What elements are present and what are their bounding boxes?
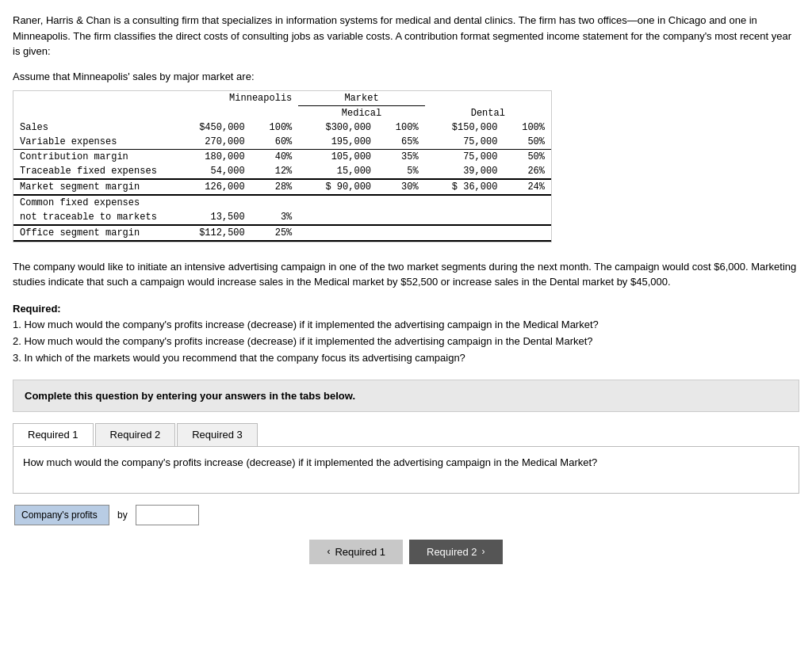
- table-row-sales: Sales $450,000 100% $300,000 100% $150,0…: [13, 120, 551, 135]
- chevron-left-icon: ‹: [327, 546, 330, 557]
- trace-mpls-val: 54,000: [172, 164, 251, 179]
- contrib-mpls-val: 180,000: [172, 149, 251, 164]
- tabs-bar: Required 1 Required 2 Required 3: [13, 423, 799, 446]
- medical-header: Medical: [298, 105, 424, 120]
- empty-header: [13, 105, 172, 120]
- mkt-seg-med-pct: 30%: [377, 179, 425, 195]
- office-seg-label: Office segment margin: [13, 225, 172, 241]
- table-row-contribution: Contribution margin 180,000 40% 105,000 …: [13, 149, 551, 164]
- var-label: Variable expenses: [13, 135, 172, 150]
- sales-med-pct: 100%: [377, 120, 425, 135]
- contrib-med-pct: 35%: [377, 149, 425, 164]
- by-text: by: [114, 510, 131, 521]
- sales-mpls-val: $450,000: [172, 120, 251, 135]
- problem-paragraph: The company would like to initiate an in…: [13, 259, 799, 290]
- trace-med-val: 15,000: [298, 164, 377, 179]
- mkt-seg-mpls-val: 126,000: [172, 179, 251, 195]
- trace-mpls-pct: 12%: [251, 164, 299, 179]
- income-table: Minneapolis Market Medical Dental Sales …: [13, 90, 552, 242]
- tab-content-area: How much would the company's profits inc…: [13, 446, 799, 494]
- required-item-1: 1. How much would the company's profits …: [13, 319, 599, 330]
- sales-med-val: $300,000: [298, 120, 377, 135]
- next-button[interactable]: Required 2 ›: [409, 540, 503, 564]
- sales-mpls-pct: 100%: [251, 120, 299, 135]
- nav-buttons: ‹ Required 1 Required 2 ›: [13, 540, 799, 572]
- var-mpls-pct: 60%: [251, 135, 299, 150]
- office-seg-mpls-val: $112,500: [172, 225, 251, 241]
- table-row-common1: Common fixed expenses: [13, 195, 551, 210]
- trace-den-pct: 26%: [504, 164, 551, 179]
- office-seg-mpls-pct: 25%: [251, 225, 299, 241]
- common-label2: not traceable to markets: [13, 210, 172, 225]
- trace-med-pct: 5%: [377, 164, 425, 179]
- mkt-seg-med-val: $ 90,000: [298, 179, 377, 195]
- table-row-variable: Variable expenses 270,000 60% 195,000 65…: [13, 135, 551, 150]
- input-row: Company's profits by: [13, 505, 799, 525]
- spacer-header: [425, 91, 551, 106]
- mpls-subheader: [172, 105, 298, 120]
- next-button-label: Required 2: [427, 546, 477, 558]
- complete-box: Complete this question by entering your …: [13, 380, 799, 412]
- tab-required-3[interactable]: Required 3: [177, 423, 258, 446]
- trace-label: Traceable fixed expenses: [13, 164, 172, 179]
- contrib-den-val: 75,000: [425, 149, 504, 164]
- contrib-med-val: 105,000: [298, 149, 377, 164]
- complete-box-text: Complete this question by entering your …: [25, 390, 355, 402]
- prev-button-label: Required 1: [335, 546, 385, 558]
- contrib-den-pct: 50%: [504, 149, 551, 164]
- tab-required-1[interactable]: Required 1: [13, 423, 94, 446]
- minneapolis-header: Minneapolis: [172, 91, 298, 106]
- table-row-common2: not traceable to markets 13,500 3%: [13, 210, 551, 225]
- profits-input[interactable]: [136, 505, 199, 525]
- table-label-col-header: [13, 91, 172, 106]
- trace-den-val: 39,000: [425, 164, 504, 179]
- mkt-seg-den-pct: 24%: [504, 179, 551, 195]
- var-med-val: 195,000: [298, 135, 377, 150]
- input-label-company-profits: Company's profits: [14, 505, 109, 525]
- sales-den-val: $150,000: [425, 120, 504, 135]
- sales-label: Sales: [13, 120, 172, 135]
- table-row-market-segment: Market segment margin 126,000 28% $ 90,0…: [13, 179, 551, 195]
- table-row-office-segment: Office segment margin $112,500 25%: [13, 225, 551, 241]
- required-item-2: 2. How much would the company's profits …: [13, 335, 593, 347]
- tab-required-2[interactable]: Required 2: [95, 423, 176, 446]
- var-den-pct: 50%: [504, 135, 551, 150]
- chevron-right-icon: ›: [482, 546, 485, 557]
- market-header: Market: [298, 91, 424, 106]
- mkt-seg-den-val: $ 36,000: [425, 179, 504, 195]
- sales-den-pct: 100%: [504, 120, 551, 135]
- mkt-seg-mpls-pct: 28%: [251, 179, 299, 195]
- tab-content-text: How much would the company's profits inc…: [23, 456, 597, 468]
- var-med-pct: 65%: [377, 135, 425, 150]
- table-row-traceable: Traceable fixed expenses 54,000 12% 15,0…: [13, 164, 551, 179]
- common-mpls-val: 13,500: [172, 210, 251, 225]
- intro-paragraph: Raner, Harris & Chan is a consulting fir…: [13, 13, 799, 59]
- contrib-label: Contribution margin: [13, 149, 172, 164]
- common-mpls-pct: 3%: [251, 210, 299, 225]
- common-label1: Common fixed expenses: [13, 195, 172, 210]
- required-header: Required:: [13, 303, 61, 315]
- required-item-3: 3. In which of the markets would you rec…: [13, 352, 465, 364]
- required-section: Required: 1. How much would the company'…: [13, 301, 799, 367]
- mkt-seg-label: Market segment margin: [13, 179, 172, 195]
- dental-header: Dental: [425, 105, 551, 120]
- assume-paragraph: Assume that Minneapolis' sales by major …: [13, 71, 799, 82]
- var-den-val: 75,000: [425, 135, 504, 150]
- contrib-mpls-pct: 40%: [251, 149, 299, 164]
- prev-button[interactable]: ‹ Required 1: [309, 540, 403, 564]
- var-mpls-val: 270,000: [172, 135, 251, 150]
